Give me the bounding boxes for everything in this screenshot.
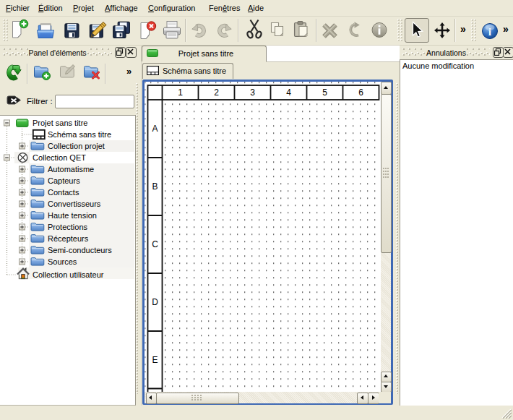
svg-text:i: i	[488, 27, 491, 38]
svg-text:C: C	[152, 239, 158, 249]
svg-text:1: 1	[178, 87, 183, 98]
svg-text:E: E	[152, 355, 158, 365]
svg-text:5: 5	[322, 87, 327, 98]
svg-text:3: 3	[250, 87, 255, 98]
svg-text:B: B	[152, 181, 158, 192]
svg-text:D: D	[152, 297, 158, 307]
svg-text:2: 2	[214, 87, 219, 98]
svg-text:A: A	[152, 124, 158, 134]
svg-text:4: 4	[286, 87, 291, 98]
svg-text:6: 6	[358, 87, 363, 98]
